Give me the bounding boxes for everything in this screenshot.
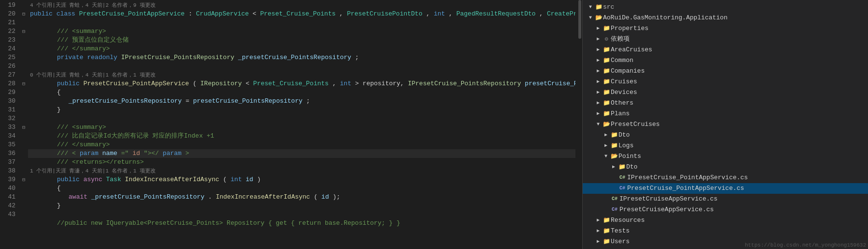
- tree-label-points_dto: Dto: [626, 162, 868, 172]
- gutter: ⊟ ⊟ ⊟ ⊟ ⊟: [19, 0, 28, 249]
- tree-label-areacruises: AreaCruises: [611, 45, 868, 55]
- tree-arrow-others[interactable]: ▶: [594, 98, 602, 109]
- tree-arrow-cruises[interactable]: ▶: [594, 77, 602, 87]
- tree-icon-devices: 📁: [602, 87, 611, 98]
- scrollbar-thumb[interactable]: [578, 0, 581, 39]
- tree-item-points[interactable]: ▼📂Points: [583, 151, 868, 162]
- tree-icon-others: 📁: [602, 98, 611, 109]
- code-line: /// <returns></returns>: [28, 158, 575, 167]
- tree-item-tests[interactable]: ▶📁Tests: [583, 226, 868, 236]
- tree-icon-automapper: C#: [602, 247, 612, 249]
- tree-label-presetcruiseappservice: PresetCruiseAppService.cs: [619, 204, 868, 215]
- collapse-icon[interactable]: ⊟: [22, 11, 25, 17]
- code-lines: 4 个引用|天涯 青蛙，4 天前|2 名作者，9 项更改 public clas…: [28, 0, 575, 249]
- code-line: 1 个引用|天涯 青濓，4 天前|1 名作者，1 项更改: [28, 167, 575, 175]
- tree-icon-props: 📁: [602, 23, 611, 34]
- tree-icon-users: 📁: [602, 236, 611, 247]
- code-line: 0 个引用|天涯 青蛙，4 天前|1 名作者，1 项更改: [28, 71, 575, 79]
- tree-label-tests: Tests: [611, 226, 868, 236]
- code-line: /// <summary>: [28, 27, 575, 36]
- tree-arrow-users[interactable]: ▶: [594, 236, 602, 247]
- collapse-icon[interactable]: ⊟: [22, 124, 25, 130]
- tree-icon-tests: 📁: [602, 226, 611, 236]
- tree-arrow-dto[interactable]: ▶: [602, 130, 610, 140]
- tree-item-logs[interactable]: ▶📁Logs: [583, 140, 868, 151]
- code-line: public async Task IndexIncreaseAfterIdAs…: [28, 175, 575, 184]
- code-line: await _presetCruise_PointsRepository . I…: [28, 193, 575, 202]
- code-line: 4 个引用|天涯 青蛙，4 天前|2 名作者，9 项更改: [28, 1, 575, 10]
- tree-item-deps[interactable]: ▶⚙依赖项: [583, 34, 868, 45]
- tree-arrow-tests[interactable]: ▶: [594, 226, 602, 236]
- tree-label-companies: Companies: [611, 66, 868, 77]
- tree-item-devices[interactable]: ▶📁Devices: [583, 87, 868, 98]
- code-line: public class PresetCruise_PointAppServic…: [28, 10, 575, 18]
- tree-label-props: Properties: [611, 23, 868, 34]
- tree-label-common: Common: [611, 55, 868, 66]
- tree-item-ipresetcruise_pointappservice[interactable]: C#IPresetCruise_PointAppService.cs: [583, 172, 868, 183]
- tree-icon-presetcruise_pointappservice: C#: [618, 183, 627, 194]
- tree-arrow-deps[interactable]: ▶: [594, 34, 602, 45]
- tree-item-dto[interactable]: ▶📁Dto: [583, 130, 868, 140]
- tree-icon-resources: 📁: [602, 215, 611, 226]
- collapse-icon[interactable]: ⊟: [22, 177, 25, 183]
- tree-label-dto: Dto: [618, 130, 868, 140]
- tree-icon-companies: 📁: [602, 66, 611, 77]
- tree-arrow-points[interactable]: ▼: [602, 151, 610, 162]
- tree-item-plans[interactable]: ▶📁Plans: [583, 109, 868, 119]
- code-line: }: [28, 106, 575, 114]
- tree-label-deps: 依赖项: [611, 34, 868, 45]
- code-line: _presetCruise_PointsRepository = presetC…: [28, 97, 575, 106]
- tree-item-common[interactable]: ▶📁Common: [583, 55, 868, 66]
- tree-item-presetcruise_pointappservice[interactable]: C#PresetCruise_PointAppService.cs: [583, 183, 868, 194]
- tree-arrow-areacruises[interactable]: ▶: [594, 45, 602, 55]
- tree-icon-plans: 📁: [602, 109, 611, 119]
- tree-arrow-devices[interactable]: ▶: [594, 87, 602, 98]
- tree-arrow-plans[interactable]: ▶: [594, 109, 602, 119]
- tree-item-cruises[interactable]: ▶📁Cruises: [583, 77, 868, 87]
- src-arrow[interactable]: ▼: [587, 2, 594, 13]
- tree-arrow-presetcruises[interactable]: ▼: [594, 119, 602, 130]
- src-folder-label: src: [603, 2, 868, 13]
- tree-item-app[interactable]: ▼📂AoRuiDe.GasMonitoring.Application: [583, 13, 868, 23]
- tree-icon-points_dto: 📁: [618, 162, 626, 172]
- tree-item-presetcruises[interactable]: ▼📂PresetCruises: [583, 119, 868, 130]
- tree-arrow-props[interactable]: ▶: [594, 23, 602, 34]
- code-line: {: [28, 88, 575, 97]
- code-line: [28, 210, 575, 219]
- tree-label-presetcruise_pointappservice: PresetCruise_PointAppService.cs: [627, 183, 868, 194]
- tree-label-others: Others: [611, 98, 868, 109]
- tree-arrow-common[interactable]: ▶: [594, 55, 602, 66]
- src-label: ▼ 📁 src: [583, 2, 868, 13]
- vertical-scrollbar[interactable]: [575, 0, 582, 249]
- tree-arrow-companies[interactable]: ▶: [594, 66, 602, 77]
- code-line: {: [28, 184, 575, 193]
- tree-item-ipresetcruiseappservice[interactable]: C#IPresetCruiseAppService.cs: [583, 194, 868, 204]
- tree-item-companies[interactable]: ▶📁Companies: [583, 66, 868, 77]
- collapse-icon[interactable]: ⊟: [22, 81, 25, 87]
- tree-icon-presetcruiseappservice: C#: [610, 204, 619, 215]
- code-line: }: [28, 202, 575, 210]
- collapse-icon[interactable]: ⊟: [22, 29, 25, 34]
- tree-item-others[interactable]: ▶📁Others: [583, 98, 868, 109]
- tree-label-cruises: Cruises: [611, 77, 868, 87]
- tree-item-areacruises[interactable]: ▶📁AreaCruises: [583, 45, 868, 55]
- tree-arrow-logs[interactable]: ▶: [602, 140, 610, 151]
- code-line: [28, 62, 575, 71]
- code-line: [28, 114, 575, 123]
- tree-item-points_dto[interactable]: ▶📁Dto: [583, 162, 868, 172]
- tree-item-presetcruiseappservice[interactable]: C#PresetCruiseAppService.cs: [583, 204, 868, 215]
- tree-icon-ipresetcruiseappservice: C#: [610, 194, 619, 204]
- tree-item-props[interactable]: ▶📁Properties: [583, 23, 868, 34]
- tree-arrow-resources[interactable]: ▶: [594, 215, 602, 226]
- tree-arrow-points_dto[interactable]: ▶: [610, 162, 618, 172]
- tree-arrow-app[interactable]: ▼: [587, 13, 594, 23]
- tree-icon-dto: 📁: [610, 130, 618, 140]
- code-editor: 19 20 21 22 23 24 25 26 27 28 29 30 31 3…: [0, 0, 583, 249]
- tree-label-ipresetcruiseappservice: IPresetCruiseAppService.cs: [619, 194, 868, 204]
- tree-icon-presetcruises: 📂: [602, 119, 611, 130]
- code-line: /// < param name =" id "></ param >: [28, 149, 575, 158]
- tree-icon-deps: ⚙: [602, 34, 611, 45]
- tree-item-resources[interactable]: ▶📁Resources: [583, 215, 868, 226]
- tree-icon-app: 📂: [594, 13, 603, 23]
- code-line: public PresetCruise_PointAppService ( IR…: [28, 79, 575, 88]
